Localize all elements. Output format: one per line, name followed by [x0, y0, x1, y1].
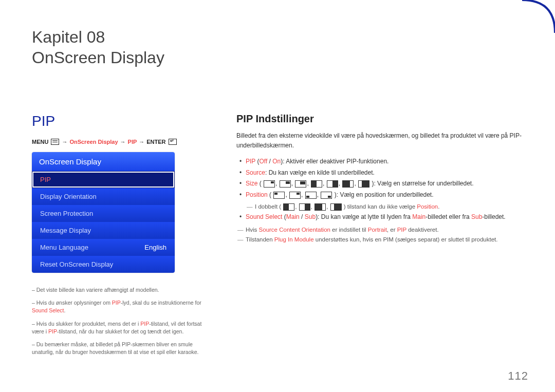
intro-paragraph: Billedet fra den eksterne videokilde vil… [236, 131, 523, 150]
note-plugin: Tilstanden Plug In Module understøttes k… [236, 235, 523, 245]
enter-icon [169, 139, 177, 145]
osd-item-display-orientation: Display Orientation [32, 188, 175, 205]
osd-item-label: Menu Language [40, 244, 88, 251]
bullet-pip: PIP (Off / On): Aktivér eller deaktiver … [236, 156, 523, 167]
chapter-number: Kapitel 08 [32, 28, 105, 46]
pip-size-icon [280, 180, 291, 188]
pip-size-icon [311, 180, 322, 188]
footnote-4: – Du bemærker måske, at billedet på PIP-… [32, 341, 212, 356]
pip-size-icon [295, 180, 306, 188]
osd-item-label: Reset OnScreen Display [40, 260, 113, 268]
footnote-1: – Det viste billede kan variere afhængig… [32, 286, 212, 294]
bullet-sound-select: Sound Select (Main / Sub): Du kan vælge … [236, 212, 523, 223]
osd-item-label: Screen Protection [40, 210, 93, 217]
footnotes: – Det viste billede kan variere afhængig… [32, 286, 212, 357]
osd-item-pip: PIP [32, 171, 175, 188]
osd-item-message-display: Message Display [32, 222, 175, 239]
breadcrumb-step-2: PIP [128, 139, 137, 145]
osd-item-label: Message Display [40, 227, 91, 234]
osd-item-label: Display Orientation [40, 193, 97, 200]
breadcrumb-enter-label: ENTER [146, 139, 165, 145]
bullet-source: Source: Du kan vælge en kilde til underb… [236, 167, 523, 179]
section-heading-pip: PIP [32, 113, 212, 129]
bullet-size: Size ( , , , , , , ): Vælg en størrelse … [236, 178, 523, 190]
pip-size-icon [342, 180, 354, 188]
pip-position-icon [305, 192, 317, 199]
osd-menu-title: OnScreen Display [32, 152, 175, 171]
subsection-heading: PIP Indstillinger [236, 113, 523, 125]
pip-position-icon [273, 192, 285, 199]
page-number: 112 [508, 369, 528, 383]
bullet-position: Position ( , , , ): Vælg en position for… [236, 190, 523, 212]
page-corner-accent [518, 0, 555, 37]
osd-item-value: English [144, 244, 166, 251]
pip-size-icon [327, 180, 338, 188]
footnote-3: – Hvis du slukker for produktet, mens de… [32, 320, 212, 335]
arrow-icon: → [139, 139, 144, 145]
pip-size-icon [314, 203, 326, 211]
pip-size-icon [299, 203, 310, 211]
menu-path-breadcrumb: MENU → OnScreen Display → PIP → ENTER [32, 139, 212, 145]
pip-position-icon [321, 192, 332, 199]
pip-size-icon [330, 203, 342, 211]
osd-menu-screenshot: OnScreen Display PIP Display Orientation… [32, 152, 175, 273]
pip-size-icon [264, 180, 275, 188]
osd-item-label: PIP [40, 176, 51, 183]
chapter-header: Kapitel 08 OnScreen Display [0, 0, 555, 68]
pip-size-icon [283, 203, 294, 211]
pip-position-icon [289, 192, 301, 199]
osd-item-menu-language: Menu Language English [32, 239, 175, 256]
position-subnote: I dobbelt ( , , , ) tilstand kan du ikke… [246, 202, 523, 212]
osd-item-reset: Reset OnScreen Display [32, 256, 175, 273]
note-orientation: Hvis Source Content Orientation er indst… [236, 225, 523, 235]
menu-icon [51, 139, 59, 145]
breadcrumb-menu-label: MENU [32, 139, 48, 145]
footnote-2: – Hvis du ønsker oplysninger om PIP-lyd,… [32, 299, 212, 314]
pip-size-icon [358, 180, 369, 188]
breadcrumb-step-1: OnScreen Display [69, 139, 118, 145]
arrow-icon: → [120, 139, 126, 145]
osd-item-screen-protection: Screen Protection [32, 205, 175, 222]
arrow-icon: → [62, 139, 67, 145]
chapter-title: OnScreen Display [32, 48, 164, 67]
settings-list: PIP (Off / On): Aktivér eller deaktiver … [236, 156, 523, 223]
